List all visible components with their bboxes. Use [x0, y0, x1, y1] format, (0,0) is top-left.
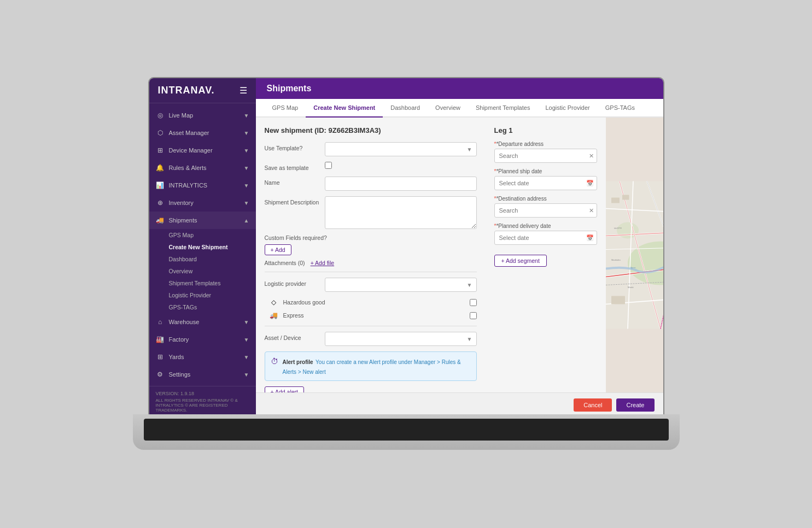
destination-input[interactable]: [494, 203, 597, 218]
departure-input-wrapper: ✕: [494, 149, 597, 163]
chevron-icon: ▼: [244, 372, 249, 378]
destination-label: **Destination address: [494, 196, 597, 202]
hazardous-icon: ◇: [269, 297, 279, 307]
sidebar-item-shipments[interactable]: 🚚 Shipments ▲: [149, 212, 256, 229]
chevron-icon: ▼: [244, 200, 249, 206]
chevron-icon: ▼: [244, 337, 249, 343]
hazardous-row: ◇ Hazardous good: [265, 297, 477, 307]
express-checkbox[interactable]: [470, 312, 477, 319]
divider: [265, 272, 477, 272]
logo-text: INTRANAV.: [158, 85, 215, 96]
form-title: New shipment (ID: 9Z662B3IM3A3): [265, 126, 477, 134]
sidebar-sub-shipment-templates[interactable]: Shipment Templates: [169, 277, 256, 289]
sidebar-item-label: INTRALYTICS: [169, 182, 208, 189]
logistic-provider-select-wrapper: ▼: [325, 278, 477, 292]
asset-device-select-wrapper: ▼: [325, 332, 477, 346]
departure-label: **Departure address: [494, 141, 597, 147]
sidebar-item-warehouse[interactable]: ⌂ Warehouse ▼: [149, 313, 256, 331]
express-row: 🚚 Express: [265, 310, 477, 320]
factory-icon: 🏭: [156, 335, 165, 344]
name-label: Name: [265, 177, 319, 186]
name-input[interactable]: [325, 177, 477, 191]
custom-fields-section: Custom Fields required? + Add: [265, 234, 477, 255]
logistic-provider-label: Logistic provider: [265, 278, 319, 287]
tab-gps-map[interactable]: GPS Map: [265, 99, 306, 118]
sidebar-item-intralytics[interactable]: 📊 INTRALYTICS ▼: [149, 177, 256, 194]
svg-text:Moabit: Moabit: [628, 286, 634, 289]
shipments-submenu: GPS Map Create New Shipment Dashboard Ov…: [149, 229, 256, 313]
alert-content: Alert profile You can create a new Alert…: [283, 356, 471, 376]
create-button[interactable]: Create: [616, 398, 654, 412]
delivery-date-input[interactable]: [494, 231, 597, 245]
description-textarea[interactable]: [325, 196, 477, 229]
svg-rect-27: [622, 195, 629, 200]
cancel-button[interactable]: Cancel: [574, 398, 612, 412]
sidebar-item-asset-manager[interactable]: ⬡ Asset Manager ▼: [149, 124, 256, 142]
page-title: Shipments: [267, 84, 312, 93]
svg-text:Westhafen: Westhafen: [611, 259, 621, 261]
attachments-label: Attachments (0): [265, 260, 305, 266]
chevron-icon: ▼: [244, 113, 249, 119]
sidebar-sub-create-new-shipment[interactable]: Create New Shipment: [169, 241, 256, 253]
sidebar-sub-dashboard[interactable]: Dashboard: [169, 253, 256, 265]
map-panel: Wedding Gesundbrunnen Westhafen Moabit T…: [606, 118, 663, 392]
add-custom-field-button[interactable]: + Add: [265, 244, 291, 255]
add-file-button[interactable]: + Add file: [311, 260, 335, 266]
ship-date-wrapper: 📅: [494, 176, 597, 190]
sidebar-sub-gps-map[interactable]: GPS Map: [169, 229, 256, 241]
departure-search-icon: ✕: [589, 152, 594, 160]
sidebar-nav: ◎ Live Map ▼ ⬡ Asset Manager ▼: [149, 103, 256, 386]
logistic-provider-select[interactable]: [325, 278, 477, 292]
main-content: Shipments GPS Map Create New Shipment Da…: [256, 78, 663, 417]
tab-overview[interactable]: Overview: [428, 99, 468, 118]
sidebar-item-device-manager[interactable]: ⊞ Device Manager ▼: [149, 142, 256, 159]
departure-field: **Departure address ✕: [494, 141, 597, 163]
content-area: New shipment (ID: 9Z662B3IM3A3) Use Temp…: [256, 118, 663, 392]
sidebar-sub-overview[interactable]: Overview: [169, 265, 256, 277]
bell-icon: 🔔: [156, 163, 165, 172]
tab-dashboard[interactable]: Dashboard: [383, 99, 428, 118]
save-template-group: Save as template: [265, 162, 477, 171]
description-group: Shipment Description: [265, 196, 477, 229]
sidebar-item-label: Inventory: [169, 200, 194, 206]
sidebar-item-factory[interactable]: 🏭 Factory ▼: [149, 331, 256, 348]
delivery-date-wrapper: 📅: [494, 231, 597, 245]
asset-device-select[interactable]: [325, 332, 477, 346]
chevron-icon: ▼: [244, 130, 249, 136]
hamburger-icon[interactable]: ☰: [239, 85, 247, 96]
add-segment-button[interactable]: + Add segment: [494, 255, 547, 267]
destination-input-wrapper: ✕: [494, 203, 597, 218]
sidebar-item-settings[interactable]: ⚙ Settings ▼: [149, 366, 256, 383]
form-panel: New shipment (ID: 9Z662B3IM3A3) Use Temp…: [256, 118, 486, 392]
sidebar-item-rules-alerts[interactable]: 🔔 Rules & Alerts ▼: [149, 159, 256, 177]
tab-shipment-templates[interactable]: Shipment Templates: [468, 99, 538, 118]
sidebar-item-inventory[interactable]: ⊕ Inventory ▼: [149, 194, 256, 212]
sidebar-item-label: Device Manager: [169, 147, 213, 154]
save-template-checkbox[interactable]: [325, 162, 332, 169]
save-template-label: Save as template: [265, 162, 319, 171]
ship-date-input[interactable]: [494, 176, 597, 190]
sidebar-sub-gps-tags[interactable]: GPS-TAGs: [169, 301, 256, 313]
express-icon: 🚚: [269, 310, 279, 320]
chevron-icon: ▼: [244, 148, 249, 154]
tab-logistic-provider[interactable]: Logistic Provider: [538, 99, 597, 118]
chevron-icon: ▼: [244, 183, 249, 189]
hazardous-checkbox[interactable]: [470, 299, 477, 306]
keyboard-base: [133, 414, 680, 450]
sidebar-item-yards[interactable]: ⊞ Yards ▼: [149, 348, 256, 366]
alert-title: Alert profile: [283, 359, 313, 365]
sidebar-item-live-map[interactable]: ◎ Live Map ▼: [149, 107, 256, 124]
sidebar-item-label: Settings: [169, 371, 191, 378]
tab-gps-tags[interactable]: GPS-TAGs: [598, 99, 642, 118]
use-template-label: Use Template?: [265, 142, 319, 151]
add-alert-button[interactable]: + Add alert: [265, 386, 305, 392]
chevron-up-icon: ▲: [244, 218, 249, 224]
departure-input[interactable]: [494, 149, 597, 163]
use-template-select[interactable]: [325, 142, 477, 156]
action-bar: Cancel Create: [256, 392, 663, 417]
custom-fields-label: Custom Fields required?: [265, 234, 477, 241]
tab-create-new-shipment[interactable]: Create New Shipment: [306, 99, 383, 118]
asset-device-label: Asset / Device: [265, 332, 319, 341]
sidebar-sub-logistic-provider[interactable]: Logistic Provider: [169, 289, 256, 301]
sidebar-item-label: Rules & Alerts: [169, 165, 207, 171]
